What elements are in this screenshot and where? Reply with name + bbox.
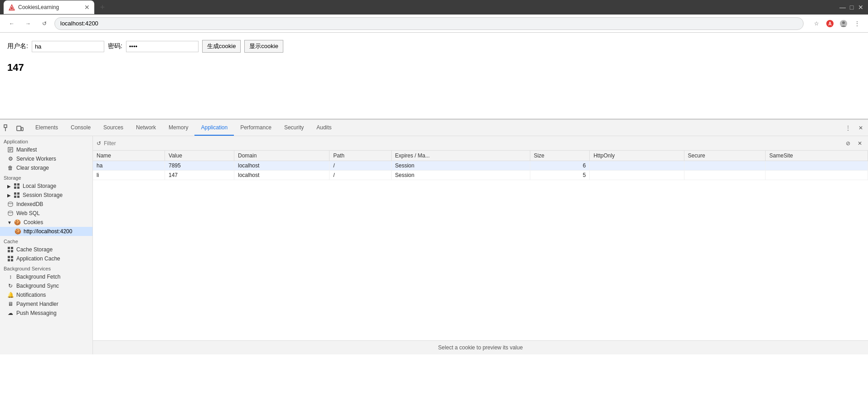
col-size: Size	[530, 151, 590, 161]
col-secure: Secure	[684, 151, 766, 161]
sidebar-item-manifest[interactable]: Manifest	[0, 145, 92, 154]
expand-icon: ▶	[7, 184, 11, 189]
sidebar-item-cache-storage[interactable]: Cache Storage	[0, 245, 92, 254]
tab-network[interactable]: Network	[130, 120, 162, 136]
generate-cookie-button[interactable]: 生成cookie	[202, 40, 241, 53]
menu-icon[interactable]: ⋮	[852, 18, 863, 29]
filter-clear-icon[interactable]: ✕	[855, 139, 864, 148]
svg-rect-16	[17, 183, 19, 186]
cookies-expand-icon: ▼	[7, 220, 12, 225]
cell-secure	[684, 161, 766, 171]
background-fetch-icon: ↕	[7, 274, 14, 280]
sidebar-item-cookies[interactable]: ▼ 🍪 Cookies	[0, 218, 92, 227]
tab-sources[interactable]: Sources	[97, 120, 130, 136]
extension-icon[interactable]: A	[824, 18, 835, 29]
manifest-icon	[7, 147, 14, 153]
table-row[interactable]: li 147 localhost / Session 5	[93, 171, 868, 180]
devtools-close-icon[interactable]: ✕	[855, 123, 866, 133]
cell-secure	[684, 171, 766, 180]
browser-tab[interactable]: CookiesLearning ✕	[4, 0, 94, 14]
cookies-data-table: Name Value Domain Path Expires / Ma... S…	[93, 151, 868, 180]
svg-point-6	[842, 21, 845, 24]
svg-rect-19	[14, 192, 16, 195]
cell-value: 147	[165, 171, 234, 180]
tab-application[interactable]: Application	[194, 120, 234, 136]
close-button[interactable]: ✕	[857, 4, 864, 11]
profile-icon[interactable]	[838, 18, 849, 29]
sidebar-item-payment-handler[interactable]: 🖥 Payment Handler	[0, 299, 92, 309]
password-input[interactable]	[126, 41, 199, 52]
tab-console[interactable]: Console	[64, 120, 97, 136]
svg-rect-21	[14, 196, 16, 198]
tab-close-button[interactable]: ✕	[84, 4, 90, 11]
devtools-tabs: Elements Console Sources Network Memory …	[29, 120, 338, 136]
back-button[interactable]: ←	[5, 17, 18, 30]
filter-cancel-icon[interactable]: ⊘	[844, 139, 853, 148]
sidebar-item-service-workers[interactable]: ⚙ Service Workers	[0, 154, 92, 163]
sidebar-item-background-sync[interactable]: ↻ Background Sync	[0, 281, 92, 290]
username-input[interactable]	[32, 41, 104, 52]
sidebar-item-web-sql[interactable]: Web SQL	[0, 209, 92, 218]
sidebar-item-notifications[interactable]: 🔔 Notifications	[0, 290, 92, 299]
minimize-button[interactable]: —	[839, 4, 846, 11]
show-cookie-button[interactable]: 显示cookie	[244, 40, 283, 53]
table-row[interactable]: ha 7895 localhost / Session 6	[93, 161, 868, 171]
payment-handler-label: Payment Handler	[16, 301, 58, 307]
col-name: Name	[93, 151, 165, 161]
reload-button[interactable]: ↺	[38, 17, 51, 30]
bookmark-star-icon[interactable]: ☆	[811, 18, 822, 29]
cell-domain: localhost	[234, 171, 329, 180]
sidebar-item-application-cache[interactable]: Application Cache	[0, 254, 92, 263]
devtools-body: Application Manifest ⚙ Service Workers 🗑…	[0, 136, 868, 354]
url-text: localhost:4200	[60, 20, 98, 27]
sidebar-item-push-messaging[interactable]: ☁ Push Messaging	[0, 309, 92, 318]
tab-elements[interactable]: Elements	[29, 120, 64, 136]
payment-handler-icon: 🖥	[7, 301, 14, 307]
notifications-label: Notifications	[16, 292, 46, 298]
devtools-main: ↺ ⊘ ✕ Name Value Domain Path Expires / M…	[93, 136, 868, 354]
push-messaging-icon: ☁	[7, 310, 14, 316]
cell-value: 7895	[165, 161, 234, 171]
maximize-button[interactable]: □	[848, 4, 855, 11]
cell-expires: Session	[391, 161, 530, 171]
svg-rect-7	[4, 125, 7, 128]
svg-rect-10	[21, 128, 23, 131]
tab-performance[interactable]: Performance	[234, 120, 278, 136]
new-tab-button[interactable]: +	[96, 1, 109, 14]
tab-memory[interactable]: Memory	[162, 120, 194, 136]
refresh-filter-icon[interactable]: ↺	[97, 140, 101, 147]
cell-samesite	[766, 171, 868, 180]
web-sql-icon	[7, 210, 14, 216]
sidebar-item-session-storage[interactable]: ▶ Session Storage	[0, 191, 92, 200]
cell-httponly	[590, 161, 684, 171]
device-toggle-icon[interactable]	[15, 123, 25, 133]
tab-audits[interactable]: Audits	[310, 120, 338, 136]
svg-point-23	[8, 202, 13, 204]
col-expires: Expires / Ma...	[391, 151, 530, 161]
forward-button[interactable]: →	[22, 17, 34, 30]
title-bar-controls: — □ ✕	[839, 4, 864, 11]
web-sql-label: Web SQL	[16, 210, 40, 216]
svg-rect-15	[14, 183, 16, 186]
url-bar[interactable]: localhost:4200	[54, 17, 804, 30]
sidebar-item-background-fetch[interactable]: ↕ Background Fetch	[0, 272, 92, 281]
cache-storage-label: Cache Storage	[16, 246, 53, 253]
devtools-side-icons	[2, 123, 25, 133]
sidebar-item-clear-storage[interactable]: 🗑 Clear storage	[0, 163, 92, 172]
title-bar: CookiesLearning ✕ + — □ ✕	[0, 0, 868, 15]
filter-input[interactable]	[104, 140, 841, 147]
cell-size: 5	[530, 171, 590, 180]
svg-rect-26	[11, 247, 13, 249]
cell-domain: localhost	[234, 161, 329, 171]
cache-storage-icon	[7, 246, 14, 253]
sidebar-item-local-storage[interactable]: ▶ Local Storage	[0, 182, 92, 191]
tab-security[interactable]: Security	[278, 120, 310, 136]
cell-expires: Session	[391, 171, 530, 180]
cell-name: li	[93, 171, 165, 180]
col-samesite: SameSite	[766, 151, 868, 161]
devtools-more-options-icon[interactable]: ⋮	[843, 123, 853, 133]
inspect-element-icon[interactable]	[2, 123, 13, 133]
cell-name: ha	[93, 161, 165, 171]
sidebar-item-indexeddb[interactable]: IndexedDB	[0, 200, 92, 209]
sidebar-item-cookies-url[interactable]: 🍪 http://localhost:4200	[0, 227, 92, 236]
